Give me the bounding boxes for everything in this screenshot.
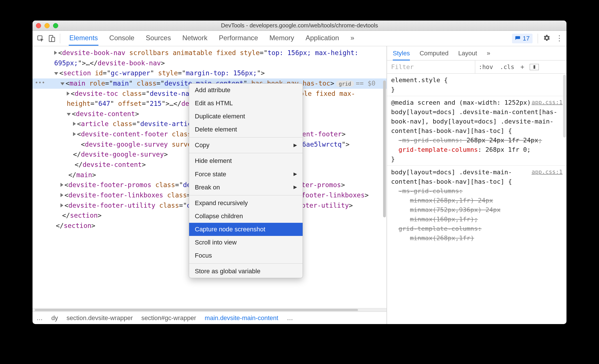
issues-badge[interactable]: 17 [512, 34, 533, 43]
ctx-collapse[interactable]: Collapse children [189, 210, 303, 223]
crumb-overflow-right[interactable]: … [287, 314, 293, 322]
divider [538, 34, 538, 43]
styles-panel: Styles Computed Layout » :hov .cls + ▮ e… [387, 46, 566, 324]
issues-count: 17 [523, 35, 530, 42]
crumb-active[interactable]: main.devsite-main-content [205, 314, 278, 322]
style-rule[interactable]: element.style { } [387, 74, 566, 96]
styles-filterbar: :hov .cls + ▮ [387, 60, 566, 74]
devtools-window: DevTools - developers.google.com/web/too… [33, 21, 566, 324]
separator [189, 263, 303, 264]
more-menu-icon[interactable]: ⋮ [556, 34, 564, 43]
hov-toggle[interactable]: :hov [475, 64, 497, 70]
style-rule[interactable]: app.css:1 @media screen and (max-width: … [387, 96, 566, 166]
tab-network[interactable]: Network [182, 31, 208, 46]
separator [189, 195, 303, 195]
styles-scrollbar[interactable] [563, 75, 566, 137]
crumb[interactable]: dy [51, 314, 58, 322]
breadcrumb: … dy section.devsite-wrapper section#gc-… [33, 312, 386, 324]
main-tabbar: Elements Console Sources Network Perform… [33, 31, 566, 46]
ctx-store-global[interactable]: Store as global variable [189, 265, 303, 278]
dom-node[interactable]: <devsite-book-nav scrollbars animatable … [33, 48, 386, 68]
tabs-overflow-icon[interactable]: » [350, 31, 355, 46]
dom-scrollbar[interactable] [383, 80, 386, 217]
ctx-capture-screenshot[interactable]: Capture node screenshot [189, 223, 303, 236]
window-title: DevTools - developers.google.com/web/too… [33, 22, 566, 29]
panel-tabs: Elements Console Sources Network Perform… [69, 31, 355, 46]
css-declaration[interactable]: grid-template-columns: 268px 1fr 0; [391, 145, 562, 154]
ctx-delete[interactable]: Delete element [189, 123, 303, 136]
ctx-expand[interactable]: Expand recursively [189, 197, 303, 210]
tab-layout[interactable]: Layout [458, 50, 477, 57]
submenu-arrow-icon: ▶ [294, 184, 297, 191]
ctx-hide[interactable]: Hide element [189, 154, 303, 167]
tab-console[interactable]: Console [109, 31, 135, 46]
crumb-overflow-left[interactable]: … [37, 314, 43, 322]
settings-gear-icon[interactable] [543, 34, 551, 43]
inspect-element-icon[interactable] [35, 33, 46, 44]
divider [60, 34, 60, 43]
tab-memory[interactable]: Memory [269, 31, 295, 46]
tab-application[interactable]: Application [305, 31, 339, 46]
style-rule[interactable]: app.css:1 body[layout=docs] .devsite-mai… [387, 166, 566, 244]
tab-performance[interactable]: Performance [218, 31, 258, 46]
grid-badge[interactable]: grid [336, 81, 354, 87]
ctx-copy[interactable]: Copy▶ [189, 139, 303, 152]
css-declaration[interactable]: -ms-grid-columns: [391, 186, 562, 196]
device-toolbar-icon[interactable] [47, 33, 57, 44]
separator [189, 153, 303, 153]
ctx-duplicate[interactable]: Duplicate element [189, 110, 303, 123]
submenu-arrow-icon: ▶ [294, 142, 297, 149]
computed-sidebar-toggle-icon[interactable]: ▮ [530, 64, 539, 70]
sidebar-tabs: Styles Computed Layout » [387, 46, 566, 60]
crumb[interactable]: section.devsite-wrapper [66, 314, 133, 322]
new-style-rule-icon[interactable]: + [518, 63, 527, 71]
sidebar-tabs-overflow-icon[interactable]: » [487, 50, 490, 57]
ctx-edit-html[interactable]: Edit as HTML [189, 97, 303, 110]
ctx-force-state[interactable]: Force state▶ [189, 168, 303, 181]
ctx-focus[interactable]: Focus [189, 249, 303, 262]
cls-toggle[interactable]: .cls [497, 64, 518, 70]
separator [189, 137, 303, 137]
tab-sources[interactable]: Sources [145, 31, 171, 46]
css-declaration[interactable]: grid-template-columns: [391, 224, 562, 233]
svg-rect-2 [52, 37, 55, 41]
ctx-scroll-into-view[interactable]: Scroll into view [189, 236, 303, 249]
dom-node[interactable]: <section id="gc-wrapper" style="margin-t… [33, 68, 386, 78]
tab-computed[interactable]: Computed [420, 50, 449, 57]
ctx-add-attribute[interactable]: Add attribute [189, 84, 303, 97]
dom-tree[interactable]: ••• <devsite-book-nav scrollbars animata… [33, 46, 386, 308]
ctx-break-on[interactable]: Break on▶ [189, 181, 303, 194]
crumb[interactable]: section#gc-wrapper [141, 314, 196, 322]
tab-styles[interactable]: Styles [393, 50, 410, 60]
source-link[interactable]: app.css:1 [532, 167, 562, 176]
submenu-arrow-icon: ▶ [294, 171, 297, 178]
context-menu: Add attribute Edit as HTML Duplicate ele… [189, 83, 303, 278]
gutter-overflow-icon[interactable]: ••• [35, 78, 45, 87]
titlebar: DevTools - developers.google.com/web/too… [33, 21, 566, 31]
dom-h-scrollbar[interactable] [33, 308, 386, 312]
styles-filter-input[interactable] [387, 60, 475, 73]
source-link[interactable]: app.css:1 [532, 98, 562, 106]
tab-elements[interactable]: Elements [69, 31, 98, 46]
css-declaration[interactable]: -ms-grid-columns: 268px 24px 1fr 24px; [391, 136, 562, 145]
